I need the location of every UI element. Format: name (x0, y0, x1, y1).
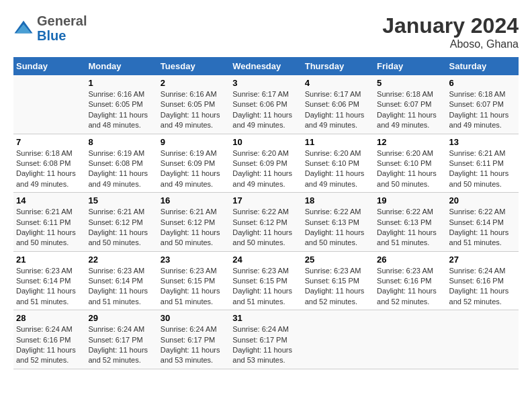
page-subtitle: Aboso, Ghana (382, 38, 519, 50)
calendar-cell (302, 310, 374, 369)
calendar-cell (447, 310, 519, 369)
day-number: 27 (449, 255, 516, 265)
calendar-cell: 9Sunrise: 6:19 AM Sunset: 6:09 PM Daylig… (158, 134, 230, 193)
day-number: 24 (232, 255, 299, 265)
day-number: 5 (377, 78, 443, 88)
calendar-cell: 3Sunrise: 6:17 AM Sunset: 6:06 PM Daylig… (230, 75, 302, 134)
day-number: 2 (161, 78, 227, 88)
day-info: Sunrise: 6:19 AM Sunset: 6:09 PM Dayligh… (161, 148, 227, 190)
day-info: Sunrise: 6:19 AM Sunset: 6:08 PM Dayligh… (88, 148, 154, 190)
day-number: 7 (16, 137, 83, 147)
day-info: Sunrise: 6:22 AM Sunset: 6:13 PM Dayligh… (377, 207, 443, 248)
calendar-cell: 10Sunrise: 6:20 AM Sunset: 6:09 PM Dayli… (230, 134, 302, 193)
day-info: Sunrise: 6:22 AM Sunset: 6:12 PM Dayligh… (232, 207, 299, 248)
day-info: Sunrise: 6:24 AM Sunset: 6:16 PM Dayligh… (449, 266, 516, 308)
day-number: 4 (305, 78, 371, 88)
day-number: 12 (377, 137, 443, 147)
header-cell-wednesday: Wednesday (230, 57, 302, 75)
logo-text: General Blue (37, 13, 87, 43)
title-block: January 2024 Aboso, Ghana (382, 13, 519, 50)
calendar-cell: 29Sunrise: 6:24 AM Sunset: 6:17 PM Dayli… (85, 310, 157, 369)
day-number: 31 (232, 313, 299, 323)
page-title: January 2024 (382, 13, 519, 38)
day-number: 11 (305, 137, 371, 147)
day-number: 6 (449, 78, 516, 88)
week-row: 21Sunrise: 6:23 AM Sunset: 6:14 PM Dayli… (13, 251, 519, 310)
calendar-cell: 11Sunrise: 6:20 AM Sunset: 6:10 PM Dayli… (302, 134, 374, 193)
day-info: Sunrise: 6:21 AM Sunset: 6:11 PM Dayligh… (16, 207, 83, 248)
header-cell-sunday: Sunday (13, 57, 85, 75)
header-cell-thursday: Thursday (302, 57, 374, 75)
day-number: 10 (232, 137, 299, 147)
week-row: 14Sunrise: 6:21 AM Sunset: 6:11 PM Dayli… (13, 193, 519, 252)
day-info: Sunrise: 6:21 AM Sunset: 6:12 PM Dayligh… (161, 207, 227, 248)
day-number: 30 (161, 313, 227, 323)
calendar-cell: 26Sunrise: 6:23 AM Sunset: 6:16 PM Dayli… (374, 251, 446, 310)
day-number: 19 (377, 195, 443, 205)
calendar-body: 1Sunrise: 6:16 AM Sunset: 6:05 PM Daylig… (13, 75, 519, 369)
calendar-cell: 12Sunrise: 6:20 AM Sunset: 6:10 PM Dayli… (374, 134, 446, 193)
calendar-table: SundayMondayTuesdayWednesdayThursdayFrid… (13, 57, 519, 369)
day-number: 23 (161, 255, 227, 265)
calendar-cell: 4Sunrise: 6:17 AM Sunset: 6:06 PM Daylig… (302, 75, 374, 134)
calendar-cell: 16Sunrise: 6:21 AM Sunset: 6:12 PM Dayli… (158, 193, 230, 252)
day-info: Sunrise: 6:23 AM Sunset: 6:14 PM Dayligh… (88, 266, 154, 308)
calendar-cell (374, 310, 446, 369)
day-info: Sunrise: 6:22 AM Sunset: 6:14 PM Dayligh… (449, 207, 516, 248)
calendar-cell: 8Sunrise: 6:19 AM Sunset: 6:08 PM Daylig… (85, 134, 157, 193)
day-info: Sunrise: 6:16 AM Sunset: 6:05 PM Dayligh… (161, 89, 227, 131)
calendar-cell: 1Sunrise: 6:16 AM Sunset: 6:05 PM Daylig… (85, 75, 157, 134)
calendar-cell: 6Sunrise: 6:18 AM Sunset: 6:07 PM Daylig… (447, 75, 519, 134)
day-info: Sunrise: 6:16 AM Sunset: 6:05 PM Dayligh… (88, 89, 154, 131)
header-cell-monday: Monday (85, 57, 157, 75)
day-info: Sunrise: 6:21 AM Sunset: 6:12 PM Dayligh… (88, 207, 154, 248)
calendar-cell: 5Sunrise: 6:18 AM Sunset: 6:07 PM Daylig… (374, 75, 446, 134)
header-cell-tuesday: Tuesday (158, 57, 230, 75)
day-info: Sunrise: 6:21 AM Sunset: 6:11 PM Dayligh… (449, 148, 516, 190)
day-info: Sunrise: 6:23 AM Sunset: 6:15 PM Dayligh… (305, 266, 371, 308)
day-number: 14 (16, 195, 83, 205)
header-row: SundayMondayTuesdayWednesdayThursdayFrid… (13, 57, 519, 75)
day-info: Sunrise: 6:24 AM Sunset: 6:17 PM Dayligh… (88, 324, 154, 366)
day-number: 15 (88, 195, 154, 205)
day-info: Sunrise: 6:17 AM Sunset: 6:06 PM Dayligh… (232, 89, 299, 131)
week-row: 7Sunrise: 6:18 AM Sunset: 6:08 PM Daylig… (13, 134, 519, 193)
calendar-cell: 2Sunrise: 6:16 AM Sunset: 6:05 PM Daylig… (158, 75, 230, 134)
logo: General Blue (13, 13, 87, 43)
calendar-cell: 21Sunrise: 6:23 AM Sunset: 6:14 PM Dayli… (13, 251, 85, 310)
day-info: Sunrise: 6:23 AM Sunset: 6:16 PM Dayligh… (377, 266, 443, 308)
day-number: 25 (305, 255, 371, 265)
day-info: Sunrise: 6:18 AM Sunset: 6:07 PM Dayligh… (377, 89, 443, 131)
day-number: 20 (449, 195, 516, 205)
header-cell-saturday: Saturday (447, 57, 519, 75)
day-number: 22 (88, 255, 154, 265)
week-row: 1Sunrise: 6:16 AM Sunset: 6:05 PM Daylig… (13, 75, 519, 134)
day-number: 17 (232, 195, 299, 205)
day-number: 28 (16, 313, 83, 323)
day-number: 13 (449, 137, 516, 147)
calendar-cell: 25Sunrise: 6:23 AM Sunset: 6:15 PM Dayli… (302, 251, 374, 310)
day-info: Sunrise: 6:24 AM Sunset: 6:17 PM Dayligh… (161, 324, 227, 366)
calendar-cell: 18Sunrise: 6:22 AM Sunset: 6:13 PM Dayli… (302, 193, 374, 252)
calendar-cell: 7Sunrise: 6:18 AM Sunset: 6:08 PM Daylig… (13, 134, 85, 193)
logo-blue: Blue (37, 28, 87, 43)
calendar-cell: 31Sunrise: 6:24 AM Sunset: 6:17 PM Dayli… (230, 310, 302, 369)
day-info: Sunrise: 6:20 AM Sunset: 6:10 PM Dayligh… (377, 148, 443, 190)
day-info: Sunrise: 6:23 AM Sunset: 6:15 PM Dayligh… (161, 266, 227, 308)
day-info: Sunrise: 6:24 AM Sunset: 6:17 PM Dayligh… (232, 324, 299, 366)
logo-icon (13, 18, 34, 38)
calendar-cell: 23Sunrise: 6:23 AM Sunset: 6:15 PM Dayli… (158, 251, 230, 310)
day-info: Sunrise: 6:22 AM Sunset: 6:13 PM Dayligh… (305, 207, 371, 248)
day-number: 26 (377, 255, 443, 265)
week-row: 28Sunrise: 6:24 AM Sunset: 6:16 PM Dayli… (13, 310, 519, 369)
calendar-cell: 30Sunrise: 6:24 AM Sunset: 6:17 PM Dayli… (158, 310, 230, 369)
calendar-cell: 27Sunrise: 6:24 AM Sunset: 6:16 PM Dayli… (447, 251, 519, 310)
day-info: Sunrise: 6:18 AM Sunset: 6:08 PM Dayligh… (16, 148, 83, 190)
day-info: Sunrise: 6:20 AM Sunset: 6:10 PM Dayligh… (305, 148, 371, 190)
day-number: 21 (16, 255, 83, 265)
calendar-cell: 14Sunrise: 6:21 AM Sunset: 6:11 PM Dayli… (13, 193, 85, 252)
calendar-cell: 28Sunrise: 6:24 AM Sunset: 6:16 PM Dayli… (13, 310, 85, 369)
day-number: 1 (88, 78, 154, 88)
day-number: 8 (88, 137, 154, 147)
day-number: 16 (161, 195, 227, 205)
